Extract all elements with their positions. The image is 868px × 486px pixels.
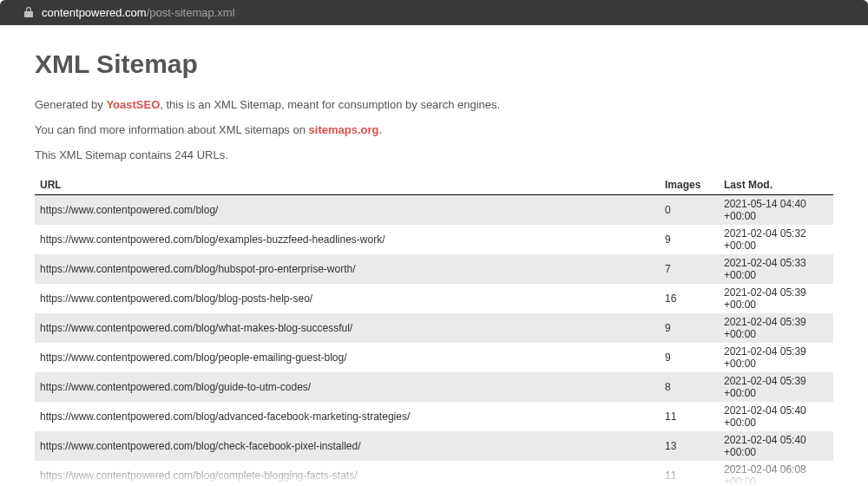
url-domain: contentpowered.com bbox=[42, 6, 147, 19]
table-row: https://www.contentpowered.com/blog/comp… bbox=[35, 461, 833, 486]
lastmod-cell: 2021-02-04 05:33 +00:00 bbox=[719, 254, 833, 284]
url-cell[interactable]: https://www.contentpowered.com/blog/adva… bbox=[35, 402, 660, 431]
lastmod-cell: 2021-02-04 05:32 +00:00 bbox=[719, 225, 833, 254]
lock-icon bbox=[24, 7, 33, 19]
page-content: XML Sitemap Generated by YoastSEO, this … bbox=[0, 25, 868, 486]
table-row: https://www.contentpowered.com/blog/exam… bbox=[35, 225, 833, 254]
images-cell: 11 bbox=[660, 461, 719, 486]
lastmod-cell: 2021-02-04 05:39 +00:00 bbox=[719, 313, 833, 343]
yoastseo-link[interactable]: YoastSEO bbox=[106, 98, 160, 111]
table-row: https://www.contentpowered.com/blog/what… bbox=[35, 313, 833, 343]
header-images[interactable]: Images bbox=[660, 175, 719, 195]
lastmod-cell: 2021-02-04 05:39 +00:00 bbox=[719, 343, 833, 372]
images-cell: 9 bbox=[660, 225, 719, 254]
table-row: https://www.contentpowered.com/blog/adva… bbox=[35, 402, 833, 431]
url-cell[interactable]: https://www.contentpowered.com/blog/guid… bbox=[35, 372, 660, 402]
url-path: /post-sitemap.xml bbox=[147, 6, 235, 19]
page-title: XML Sitemap bbox=[35, 49, 833, 79]
lastmod-cell: 2021-05-14 04:40 +00:00 bbox=[719, 195, 833, 226]
url-count-line: This XML Sitemap contains 244 URLs. bbox=[35, 148, 833, 161]
info-line: You can find more information about XML … bbox=[35, 123, 833, 136]
lastmod-cell: 2021-02-04 05:39 +00:00 bbox=[719, 284, 833, 313]
images-cell: 13 bbox=[660, 431, 719, 461]
lastmod-cell: 2021-02-04 05:40 +00:00 bbox=[719, 402, 833, 431]
url-cell[interactable]: https://www.contentpowered.com/blog/ bbox=[35, 195, 660, 226]
header-url[interactable]: URL bbox=[35, 175, 660, 195]
url-cell[interactable]: https://www.contentpowered.com/blog/exam… bbox=[35, 225, 660, 254]
generated-by-line: Generated by YoastSEO, this is an XML Si… bbox=[35, 98, 833, 111]
table-row: https://www.contentpowered.com/blog/peop… bbox=[35, 343, 833, 372]
table-row: https://www.contentpowered.com/blog/blog… bbox=[35, 284, 833, 313]
table-row: https://www.contentpowered.com/blog/chec… bbox=[35, 431, 833, 461]
sitemap-table: URL Images Last Mod. https://www.content… bbox=[35, 175, 833, 486]
browser-url-bar[interactable]: contentpowered.com/post-sitemap.xml bbox=[0, 0, 868, 25]
lastmod-cell: 2021-02-04 05:40 +00:00 bbox=[719, 431, 833, 461]
url-cell[interactable]: https://www.contentpowered.com/blog/hubs… bbox=[35, 254, 660, 284]
url-cell[interactable]: https://www.contentpowered.com/blog/what… bbox=[35, 313, 660, 343]
images-cell: 0 bbox=[660, 195, 719, 226]
table-row: https://www.contentpowered.com/blog/guid… bbox=[35, 372, 833, 402]
images-cell: 9 bbox=[660, 313, 719, 343]
images-cell: 11 bbox=[660, 402, 719, 431]
url-cell[interactable]: https://www.contentpowered.com/blog/comp… bbox=[35, 461, 660, 486]
sitemaps-org-link[interactable]: sitemaps.org bbox=[309, 123, 379, 136]
images-cell: 9 bbox=[660, 343, 719, 372]
lastmod-cell: 2021-02-04 06:08 +00:00 bbox=[719, 461, 833, 486]
table-row: https://www.contentpowered.com/blog/0202… bbox=[35, 195, 833, 226]
lastmod-cell: 2021-02-04 05:39 +00:00 bbox=[719, 372, 833, 402]
url-cell[interactable]: https://www.contentpowered.com/blog/chec… bbox=[35, 431, 660, 461]
images-cell: 8 bbox=[660, 372, 719, 402]
table-row: https://www.contentpowered.com/blog/hubs… bbox=[35, 254, 833, 284]
url-cell[interactable]: https://www.contentpowered.com/blog/peop… bbox=[35, 343, 660, 372]
url-cell[interactable]: https://www.contentpowered.com/blog/blog… bbox=[35, 284, 660, 313]
images-cell: 16 bbox=[660, 284, 719, 313]
header-lastmod[interactable]: Last Mod. bbox=[719, 175, 833, 195]
images-cell: 7 bbox=[660, 254, 719, 284]
